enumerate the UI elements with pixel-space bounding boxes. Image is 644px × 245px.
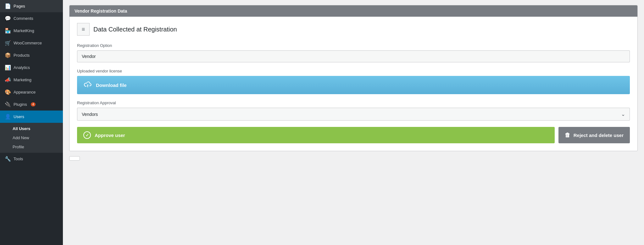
sidebar: 📄 Pages 💬 Comments 🏪 MarketKing 🛒 WooCom… [0,0,63,245]
woocommerce-icon: 🛒 [5,40,11,46]
action-buttons-row: ✓ Approve user 🗑 Reject and delete user [77,127,630,143]
download-file-label: Download file [96,83,127,88]
sidebar-item-marketking[interactable]: 🏪 MarketKing [0,25,63,37]
download-file-button[interactable]: Download file [77,76,630,94]
reject-button-label: Reject and delete user [574,133,624,138]
sidebar-item-label: Tools [14,157,23,161]
approval-label: Registration Approval [77,100,630,105]
card-header-title: Vendor Registration Data [75,9,127,14]
submenu-all-users[interactable]: All Users [0,124,63,133]
analytics-icon: 📊 [5,65,11,71]
users-submenu: All Users Add New Profile [0,123,63,153]
sidebar-item-woocommerce[interactable]: 🛒 WooCommerce [0,37,63,49]
main-content: Vendor Registration Data ≡ Data Collecte… [63,0,644,245]
sidebar-item-label: WooCommerce [14,41,42,45]
hint-area [69,156,638,162]
document-icon: ≡ [82,26,85,33]
reject-delete-button[interactable]: 🗑 Reject and delete user [558,127,630,143]
sidebar-item-appearance[interactable]: 🎨 Appearance [0,86,63,98]
checkmark-icon: ✓ [83,131,91,139]
section-title-row: ≡ Data Collected at Registration [77,23,630,36]
registration-option-label: Registration Option [77,43,630,48]
approval-dropdown-value: Vendors [82,112,98,117]
sidebar-item-products[interactable]: 📦 Products [0,49,63,61]
card-header: Vendor Registration Data [69,5,637,17]
comments-icon: 💬 [5,15,11,21]
vendor-registration-card: Vendor Registration Data ≡ Data Collecte… [69,5,638,151]
sidebar-item-label: Appearance [14,90,36,94]
products-icon: 📦 [5,52,11,58]
sidebar-item-label: Users [14,114,24,119]
marketking-icon: 🏪 [5,28,11,34]
marketing-icon: 📣 [5,77,11,83]
pages-icon: 📄 [5,3,11,9]
approval-dropdown-container: Vendors ⌄ [77,108,630,121]
registration-option-value: Vendor [77,50,630,62]
sidebar-item-label: Products [14,53,30,58]
section-title-icon: ≡ [77,23,90,36]
submenu-profile[interactable]: Profile [0,142,63,151]
section-title-text: Data Collected at Registration [93,26,177,33]
sidebar-item-label: Pages [14,4,25,9]
sidebar-item-label: MarketKing [14,28,34,33]
sidebar-item-plugins[interactable]: 🔌 Plugins 4 [0,98,63,111]
sidebar-item-analytics[interactable]: 📊 Analytics [0,61,63,74]
sidebar-item-comments[interactable]: 💬 Comments [0,12,63,25]
sidebar-item-marketing[interactable]: 📣 Marketing [0,74,63,86]
sidebar-item-pages[interactable]: 📄 Pages [0,0,63,12]
chevron-down-icon: ⌄ [621,111,625,117]
vendor-license-label: Uploaded vendor license [77,69,630,73]
submenu-add-new[interactable]: Add New [0,133,63,142]
tools-icon: 🔧 [5,156,11,162]
sidebar-item-users[interactable]: 👤 Users [0,111,63,123]
trash-icon: 🗑 [565,132,570,139]
sidebar-item-label: Comments [14,16,33,21]
hint-button[interactable] [69,156,80,161]
sidebar-item-label: Analytics [14,65,30,70]
plugins-icon: 🔌 [5,101,11,107]
appearance-icon: 🎨 [5,89,11,95]
card-body: ≡ Data Collected at Registration Registr… [69,17,637,151]
cloud-download-icon [83,80,92,90]
plugins-badge: 4 [31,102,36,106]
approve-user-button[interactable]: ✓ Approve user [77,127,555,143]
sidebar-item-label: Plugins [14,102,27,107]
users-icon: 👤 [5,114,11,120]
sidebar-item-label: Marketing [14,77,31,82]
approve-button-label: Approve user [95,133,125,138]
sidebar-item-tools[interactable]: 🔧 Tools [0,153,63,165]
approval-dropdown[interactable]: Vendors ⌄ [77,108,630,121]
